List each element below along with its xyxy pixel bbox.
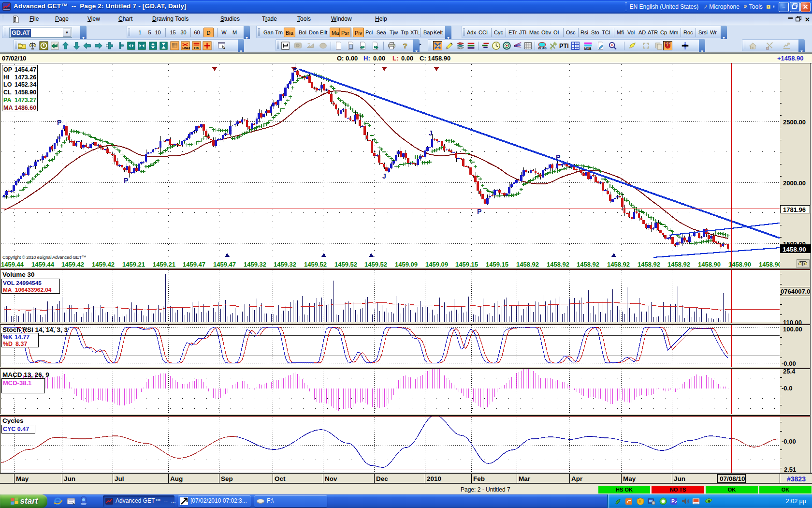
svg-text:LINES: LINES <box>182 46 190 49</box>
svg-text:Dec: Dec <box>376 475 388 482</box>
svg-text:1781.96: 1781.96 <box>783 206 806 213</box>
svg-text:#3823: #3823 <box>787 475 806 483</box>
svg-text:Oct: Oct <box>275 475 286 482</box>
svg-text:1459.47: 1459.47 <box>213 261 236 268</box>
svg-text:1459.09: 1459.09 <box>395 261 418 268</box>
svg-text:1486.60: 1486.60 <box>14 105 36 111</box>
svg-text:Copyright © 2010 eSignal Advan: Copyright © 2010 eSignal Advanced GET™ <box>2 254 86 260</box>
svg-text:May: May <box>16 475 29 482</box>
svg-text:1458.92: 1458.92 <box>516 261 539 268</box>
svg-text:1452.34: 1452.34 <box>14 81 36 88</box>
svg-text:MCD-38.1: MCD-38.1 <box>3 379 31 387</box>
svg-text:1459.15: 1459.15 <box>455 261 478 268</box>
svg-text:FIB: FIB <box>194 46 199 49</box>
svg-text:MA: MA <box>3 105 13 111</box>
svg-text:P: P <box>477 208 481 215</box>
svg-text:1459.52: 1459.52 <box>304 261 327 268</box>
svg-text:1459.21: 1459.21 <box>153 261 175 268</box>
svg-text:Mar: Mar <box>519 475 531 482</box>
svg-text:100.00: 100.00 <box>783 326 802 333</box>
svg-text:1459.32: 1459.32 <box>244 261 266 268</box>
svg-text:1459.52: 1459.52 <box>334 261 357 268</box>
svg-text:1459.44: 1459.44 <box>1 261 24 268</box>
svg-text:Jun: Jun <box>674 475 685 482</box>
svg-text:CL: CL <box>3 89 12 96</box>
svg-text:1458.90: 1458.90 <box>759 261 782 268</box>
svg-text:HI: HI <box>3 74 10 81</box>
svg-text:2010: 2010 <box>427 475 441 482</box>
svg-text:110.00: 110.00 <box>783 319 802 326</box>
svg-text:1458.92: 1458.92 <box>638 261 660 268</box>
svg-text:1459.21: 1459.21 <box>122 261 145 268</box>
svg-text:?: ? <box>403 42 407 50</box>
svg-text:-0.00: -0.00 <box>782 438 796 445</box>
svg-text:ELiPS: ELiPS <box>538 47 547 50</box>
svg-text:Sep: Sep <box>221 475 233 482</box>
svg-text:1459.42: 1459.42 <box>92 261 115 268</box>
svg-text:MOB: MOB <box>584 47 592 50</box>
svg-text:Volume 30: Volume 30 <box>2 271 35 278</box>
svg-text:1459.32: 1459.32 <box>274 261 296 268</box>
svg-text:25.4: 25.4 <box>783 368 796 375</box>
svg-text:1458.90: 1458.90 <box>783 246 806 253</box>
svg-text:Apr: Apr <box>571 475 583 482</box>
svg-text:Aug: Aug <box>170 475 183 482</box>
svg-text:J: J <box>382 172 386 180</box>
svg-text:P: P <box>124 177 128 184</box>
svg-text:1458.92: 1458.92 <box>607 261 630 268</box>
svg-text:1454.47: 1454.47 <box>14 66 36 73</box>
svg-text:1458.92: 1458.92 <box>547 261 569 268</box>
svg-text:-0.0: -0.0 <box>782 385 792 392</box>
svg-text:May: May <box>623 475 636 482</box>
svg-text:Jun: Jun <box>64 475 75 482</box>
svg-text:1459.42: 1459.42 <box>61 261 84 268</box>
svg-text:%K: %K <box>3 334 13 341</box>
svg-text:1473.26: 1473.26 <box>14 74 36 81</box>
svg-text:P: P <box>57 119 61 126</box>
svg-text:!: ! <box>639 499 641 504</box>
svg-text:1459.44: 1459.44 <box>31 261 55 268</box>
svg-text:14.77: 14.77 <box>14 334 29 341</box>
svg-text:Feb: Feb <box>473 475 485 482</box>
svg-text:1458.92: 1458.92 <box>667 261 690 268</box>
svg-text:P: P <box>556 153 560 161</box>
svg-text:1458.90: 1458.90 <box>14 89 36 96</box>
svg-text:PTI: PTI <box>559 43 568 49</box>
svg-text:OP: OP <box>3 66 12 73</box>
svg-text:P: P <box>671 499 675 504</box>
svg-text:2.51: 2.51 <box>784 466 796 473</box>
svg-text:Nov: Nov <box>325 475 337 482</box>
svg-text:%D: %D <box>3 341 13 347</box>
svg-text:LO: LO <box>3 81 12 88</box>
svg-text:Jul: Jul <box>115 475 124 482</box>
svg-text:0764007.0: 0764007.0 <box>781 288 810 295</box>
svg-text:1473.27: 1473.27 <box>14 97 36 104</box>
svg-text:07/08/10: 07/08/10 <box>720 475 745 482</box>
svg-text:1459.52: 1459.52 <box>364 261 387 268</box>
svg-text:1459.47: 1459.47 <box>183 261 205 268</box>
svg-text:CYC 0.47: CYC 0.47 <box>3 426 29 433</box>
svg-text:MACD 13, 26, 9: MACD 13, 26, 9 <box>2 371 49 378</box>
svg-text:Stoch RSI 14, 14, 3, 3: Stoch RSI 14, 14, 3, 3 <box>2 326 68 333</box>
svg-text:1459.15: 1459.15 <box>486 261 508 268</box>
svg-text:1458.90: 1458.90 <box>698 261 721 268</box>
svg-text:2500.00: 2500.00 <box>783 119 806 126</box>
svg-text:J: J <box>429 129 433 137</box>
svg-text:PA: PA <box>3 97 11 104</box>
svg-text:?: ? <box>768 5 769 8</box>
svg-text:8.37: 8.37 <box>15 341 27 347</box>
svg-text:1458.92: 1458.92 <box>577 261 599 268</box>
svg-text:MA 106433962.04: MA 106433962.04 <box>3 286 52 293</box>
svg-text:-0.00: -0.00 <box>782 360 796 367</box>
svg-text:1459.09: 1459.09 <box>425 261 448 268</box>
svg-text:2000.00: 2000.00 <box>783 179 806 187</box>
svg-text:VOL 24994545: VOL 24994545 <box>3 280 42 286</box>
svg-text:Cycles: Cycles <box>2 417 24 424</box>
